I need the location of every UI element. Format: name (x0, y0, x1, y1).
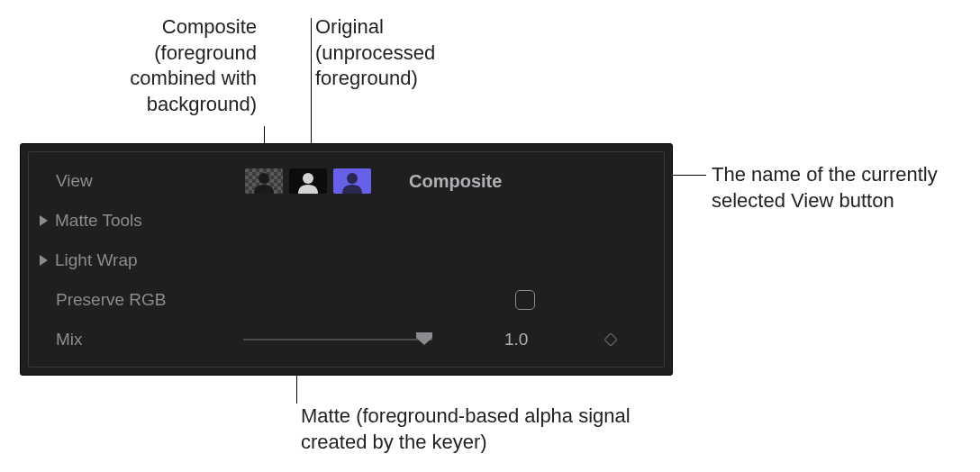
view-button-original[interactable] (331, 168, 373, 195)
slider-track (243, 339, 432, 340)
callout-original: Original (unprocessed foreground) (315, 14, 459, 92)
slider-thumb-icon (416, 332, 432, 345)
chevron-right-icon (40, 215, 48, 226)
keyframe-diamond-icon[interactable] (604, 333, 617, 346)
light-wrap-label: Light Wrap (55, 250, 138, 270)
callout-matte: Matte (foreground-based alpha signal cre… (301, 404, 661, 455)
mix-label: Mix (56, 330, 83, 349)
keyer-panel: View (20, 143, 673, 376)
svg-point-4 (259, 173, 269, 184)
callout-selected-view: The name of the currently selected View … (712, 162, 946, 213)
preserve-rgb-checkbox[interactable] (515, 290, 535, 310)
preserve-rgb-label: Preserve RGB (56, 290, 166, 310)
svg-point-8 (347, 173, 358, 184)
mix-row: Mix 1.0 (29, 320, 664, 359)
view-button-composite[interactable] (243, 168, 285, 195)
light-wrap-row[interactable]: Light Wrap (29, 241, 664, 280)
panel-inner: View (28, 151, 665, 368)
matte-tools-label: Matte Tools (55, 211, 142, 231)
view-row: View (29, 161, 664, 201)
selected-view-label: Composite (409, 171, 502, 192)
view-buttons-group (243, 168, 373, 195)
mix-value[interactable]: 1.0 (504, 330, 528, 349)
callout-composite: Composite (foreground combined with back… (81, 14, 257, 117)
svg-point-6 (303, 173, 313, 184)
view-label: View (56, 171, 93, 191)
matte-tools-row[interactable]: Matte Tools (29, 201, 664, 241)
view-button-matte[interactable] (287, 168, 329, 195)
preserve-rgb-row: Preserve RGB (29, 280, 664, 320)
mix-slider[interactable] (243, 331, 432, 349)
chevron-right-icon (40, 255, 48, 266)
